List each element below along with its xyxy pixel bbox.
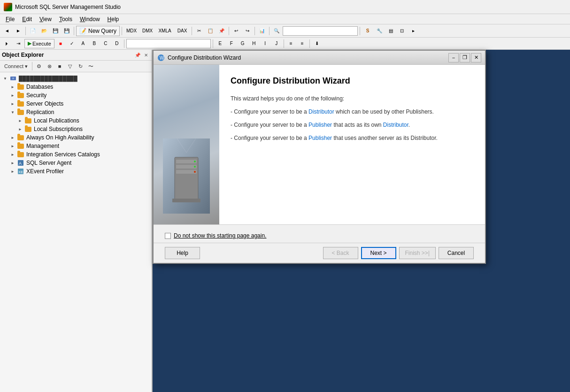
new-query-button[interactable]: 📝 New Query: [76, 26, 120, 36]
menu-bar: File Edit View Tools Window Help: [0, 14, 570, 24]
server-label: ████████████████: [19, 76, 77, 81]
wizard-finish-button[interactable]: Finish >>|: [399, 247, 436, 259]
toolbar2-align-l[interactable]: ≡: [286, 38, 296, 49]
toolbar-dax-btn[interactable]: DAX: [175, 26, 190, 36]
toolbar: ◄ ► 📄 📂 💾 💾 📝 New Query MDX DMX XMLA DAX…: [0, 24, 570, 38]
tree-item-integration-services[interactable]: ► Integration Services Catalogs: [8, 150, 152, 159]
tree-server-node[interactable]: ▼ ████████████████: [0, 74, 152, 83]
toolbar-redo-btn[interactable]: ↪: [242, 26, 253, 36]
tree-item-xevent[interactable]: ► XE XEvent Profiler: [8, 167, 152, 176]
toolbar-layout-btn[interactable]: ⊡: [397, 26, 407, 36]
tree-item-security[interactable]: ► Security: [8, 91, 152, 100]
toolbar-wrench-btn[interactable]: 🔧: [374, 26, 385, 36]
wizard-cancel-button[interactable]: Cancel: [439, 247, 474, 259]
tree-item-local-publications[interactable]: ► Local Publications: [15, 116, 152, 125]
toolbar2-align-r[interactable]: ≡: [297, 38, 308, 49]
toolbar2-e-btn[interactable]: E: [215, 38, 225, 49]
toolbar-open-btn[interactable]: 📂: [39, 26, 49, 36]
toolbar-search-btn[interactable]: 🔍: [271, 26, 282, 36]
wizard-back-button[interactable]: < Back: [323, 247, 358, 259]
toolbar-layers-btn[interactable]: ▤: [385, 26, 396, 36]
management-folder-icon: [17, 142, 24, 150]
toolbar2-g-btn[interactable]: G: [238, 38, 248, 49]
wizard-close-btn[interactable]: ✕: [471, 53, 481, 62]
wizard-next-button[interactable]: Next >: [361, 247, 396, 259]
search-input[interactable]: [283, 26, 358, 36]
oe-disconnect-btn[interactable]: ⊗: [45, 61, 54, 71]
databases-folder-icon: [17, 83, 24, 91]
always-on-expander[interactable]: ►: [9, 134, 16, 141]
tree-item-server-objects[interactable]: ► Server Objects: [8, 100, 152, 108]
toolbar-fwd-btn[interactable]: ►: [13, 26, 23, 36]
sql-agent-expander[interactable]: ►: [9, 160, 16, 166]
toolbar-sep-8: [360, 27, 360, 35]
management-expander[interactable]: ►: [9, 143, 16, 149]
database-selector[interactable]: [126, 39, 211, 48]
menu-file[interactable]: File: [2, 15, 18, 23]
oe-connect-btn[interactable]: Connect ▾: [2, 61, 30, 71]
toolbar2-debug-btn[interactable]: ⬇: [312, 38, 322, 49]
wizard-minimize-btn[interactable]: −: [448, 53, 459, 62]
security-expander[interactable]: ►: [9, 92, 16, 99]
toolbar2-b-btn[interactable]: B: [89, 38, 100, 49]
dont-show-checkbox[interactable]: [165, 233, 171, 239]
local-sub-expander[interactable]: ►: [17, 126, 23, 132]
toolbar-new-btn[interactable]: 📄: [28, 26, 38, 36]
oe-refresh-filter-btn[interactable]: ⚙: [34, 61, 44, 71]
tree-item-databases[interactable]: ► Databases: [8, 83, 152, 91]
toolbar-copy-btn[interactable]: 📋: [205, 26, 216, 36]
new-query-icon: 📝: [79, 28, 86, 34]
menu-edit[interactable]: Edit: [18, 15, 36, 23]
server-objects-expander[interactable]: ►: [9, 100, 16, 107]
toolbar2-stop-btn[interactable]: ■: [55, 38, 66, 49]
toolbar-cut-btn[interactable]: ✂: [194, 26, 204, 36]
toolbar-xml-btn[interactable]: XMLA: [156, 26, 174, 36]
menu-window[interactable]: Window: [76, 15, 104, 23]
tree-item-always-on[interactable]: ► Always On High Availability: [8, 133, 152, 142]
execute-button[interactable]: ▶ Execute: [24, 39, 54, 48]
toolbar-save-all-btn[interactable]: 💾: [62, 26, 72, 36]
toolbar-save-btn[interactable]: 💾: [50, 26, 61, 36]
toolbar-back-btn[interactable]: ◄: [2, 26, 12, 36]
toolbar2-a-btn[interactable]: A: [78, 38, 88, 49]
oe-close-btn[interactable]: ✕: [142, 51, 150, 59]
replication-expander[interactable]: ▼: [9, 109, 16, 115]
toolbar2-parse-btn[interactable]: ✓: [67, 38, 77, 49]
wizard-restore-btn[interactable]: ❐: [460, 53, 470, 62]
menu-help[interactable]: Help: [104, 15, 123, 23]
toolbar-paste-btn[interactable]: 📌: [216, 26, 227, 36]
wizard-help-button[interactable]: Help: [165, 247, 200, 259]
toolbar2-h-btn[interactable]: H: [249, 38, 259, 49]
dont-show-label[interactable]: Do not show this starting page again.: [174, 232, 266, 239]
menu-tools[interactable]: Tools: [55, 15, 76, 23]
oe-summary-btn[interactable]: 〜: [86, 61, 95, 71]
local-pub-expander[interactable]: ►: [17, 117, 23, 124]
oe-tree: ▼ ████████████████ ► Databases: [0, 72, 152, 392]
toolbar-mdx-btn[interactable]: MDX: [124, 26, 139, 36]
tree-item-local-subscriptions[interactable]: ► Local Subscriptions: [15, 125, 152, 133]
toolbar2-f-btn[interactable]: F: [226, 38, 237, 49]
toolbar2-indent-btn[interactable]: ⇥: [13, 38, 23, 49]
oe-stop-btn[interactable]: ■: [55, 61, 64, 71]
toolbar-dmx-btn[interactable]: DMX: [140, 26, 155, 36]
toolbar-more-btn[interactable]: ▸: [408, 26, 418, 36]
oe-pin-btn[interactable]: 📌: [134, 51, 141, 59]
toolbar2-j-btn[interactable]: J: [271, 38, 282, 49]
oe-refresh-btn[interactable]: ↻: [76, 61, 85, 71]
tree-item-management[interactable]: ► Management: [8, 142, 152, 150]
toolbar2-step-btn[interactable]: ⏵: [2, 38, 12, 49]
toolbar-undo-btn[interactable]: ↩: [231, 26, 241, 36]
tree-item-replication[interactable]: ▼ Replication: [8, 108, 152, 116]
databases-expander[interactable]: ►: [9, 84, 16, 90]
xevent-expander[interactable]: ►: [9, 168, 16, 175]
toolbar-chart-btn[interactable]: 📊: [257, 26, 267, 36]
toolbar2-c-btn[interactable]: C: [100, 38, 111, 49]
oe-filter-btn[interactable]: ▽: [65, 61, 75, 71]
integration-expander[interactable]: ►: [9, 151, 16, 158]
tree-item-sql-agent[interactable]: ► A SQL Server Agent: [8, 159, 152, 167]
toolbar2-d-btn[interactable]: D: [112, 38, 122, 49]
toolbar2-i-btn[interactable]: I: [260, 38, 270, 49]
server-expander[interactable]: ▼: [2, 75, 8, 82]
toolbar-ssms-btn[interactable]: S: [362, 26, 373, 36]
menu-view[interactable]: View: [36, 15, 55, 23]
